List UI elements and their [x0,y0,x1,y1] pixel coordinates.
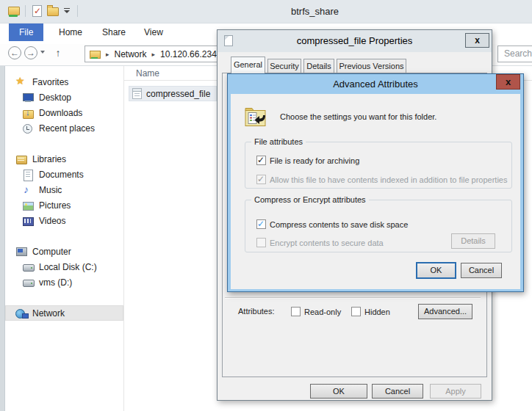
file-attributes-group: File attributes File is ready for archiv… [245,142,512,189]
title-bar: btrfs_share [0,0,532,23]
tab-general[interactable]: General [231,57,265,73]
checkbox-label: Read-only [304,308,341,316]
sidebar-label: Libraries [32,154,66,164]
hidden-checkbox[interactable]: Hidden [351,307,390,316]
libraries-icon [15,153,28,165]
archive-checkbox[interactable]: File is ready for archiving [256,156,359,165]
tab-file[interactable]: File [9,23,43,41]
file-item-compressed-file[interactable]: compressed_file [129,86,217,101]
checkbox-box[interactable] [291,307,301,316]
advanced-dialog-title: Advanced Attributes [228,79,523,90]
back-icon[interactable]: ← [8,46,21,59]
checkbox-box[interactable] [256,156,266,165]
search-input[interactable]: Search [497,46,532,62]
quick-access-toolbar [7,4,79,18]
sidebar-item-recent-places[interactable]: Recent places [5,120,123,136]
sidebar-item-network[interactable]: Network [5,305,123,321]
breadcrumb-host[interactable]: 10.120.66.234 [160,49,217,59]
cancel-button[interactable]: Cancel [372,384,423,399]
tab-previous-versions[interactable]: Previous Versions [337,59,406,73]
sidebar-label: Local Disk (C:) [39,262,97,272]
group-label: Compress or Encrypt attributes [251,195,369,204]
sidebar-item-favorites[interactable]: Favorites [5,74,123,90]
readonly-checkbox[interactable]: Read-only [291,307,341,316]
properties-icon[interactable] [30,4,43,18]
compress-checkbox[interactable]: Compress contents to save disk space [256,219,408,229]
star-icon [15,76,28,88]
sidebar-label: Music [39,185,62,195]
explorer-window: btrfs_share File Home Share View ← → ↑ ▸… [0,0,532,411]
checkbox-label: Compress contents to save disk space [270,220,408,229]
document-icon [22,169,35,181]
tab-security[interactable]: Security [267,59,301,73]
ok-button[interactable]: OK [417,263,456,278]
sidebar-item-local-disk-c[interactable]: Local Disk (C:) [5,259,123,274]
apply-button[interactable]: Apply [430,384,481,399]
compress-encrypt-group: Compress or Encrypt attributes Compress … [245,200,512,252]
advanced-attributes-dialog: Advanced Attributes x Choose the setting… [227,73,524,292]
details-button[interactable]: Details [451,233,495,249]
advanced-button[interactable]: Advanced... [418,304,472,319]
navigation-pane: Favorites Desktop Downloads Recent place… [5,66,123,411]
computer-icon [15,246,28,258]
advanced-dialog-body: Choose the settings you want for this fo… [231,94,520,289]
tab-home[interactable]: Home [48,23,93,41]
sidebar-label: Favorites [32,77,68,87]
close-icon[interactable]: x [496,74,520,90]
properties-dialog-title: compressed_file Properties [218,35,492,46]
checkbox-label: Allow this file to have contents indexed… [270,175,507,184]
downloads-icon [22,107,35,119]
sidebar-label: Network [32,308,65,319]
breadcrumb-network[interactable]: Network [115,49,147,59]
history-dropdown-icon[interactable] [40,51,45,54]
cancel-button[interactable]: Cancel [461,263,502,278]
sidebar-item-pictures[interactable]: Pictures [5,197,123,213]
advanced-dialog-description: Choose the settings you want for this fo… [280,112,436,121]
clock-icon [22,123,35,134]
sidebar-label: vms (D:) [39,277,72,288]
window-edge [0,66,5,411]
sidebar-item-videos[interactable]: Videos [5,213,123,228]
checkbox-box[interactable] [351,307,361,316]
sidebar-item-documents[interactable]: Documents [5,167,123,182]
desktop-icon [22,92,35,103]
forward-icon[interactable]: → [24,46,37,59]
checkbox-box [256,238,266,247]
tab-view[interactable]: View [134,23,173,41]
checkbox-label: File is ready for archiving [270,156,359,165]
sidebar-label: Computer [32,247,71,257]
location-folder-icon [90,50,101,59]
sidebar-label: Recent places [39,123,95,134]
sidebar-item-downloads[interactable]: Downloads [5,105,123,120]
picture-icon [22,200,35,211]
film-icon [22,215,35,227]
encrypt-checkbox: Encrypt contents to secure data [256,238,384,247]
network-share-icon[interactable] [7,4,21,18]
tab-share[interactable]: Share [92,23,136,41]
toolbar-separator [77,5,78,17]
sidebar-item-desktop[interactable]: Desktop [5,90,123,105]
sidebar-item-vms-d[interactable]: vms (D:) [5,274,123,290]
ok-button[interactable]: OK [310,384,367,399]
up-icon[interactable]: ↑ [51,46,65,60]
tab-details[interactable]: Details [303,59,334,73]
window-title: btrfs_share [291,6,339,17]
sidebar-item-libraries[interactable]: Libraries [5,151,123,167]
sidebar-label: Documents [39,170,84,180]
checkbox-box[interactable] [256,219,266,229]
disk-drive-icon [22,277,35,288]
breadcrumb-separator: ▸ [106,51,109,58]
group-label: File attributes [251,137,306,146]
sidebar-item-computer[interactable]: Computer [5,244,123,259]
properties-dialog-titlebar: compressed_file Properties x [218,30,492,52]
folder-settings-icon [245,106,267,129]
customize-dropdown-icon[interactable] [62,5,73,17]
disk-drive-icon [22,261,35,273]
close-icon[interactable]: x [465,33,489,48]
sidebar-label: Downloads [39,108,82,118]
sidebar-label: Pictures [39,200,71,211]
sidebar-item-music[interactable]: Music [5,182,123,197]
folder-icon[interactable] [46,4,60,18]
checkbox-label: Encrypt contents to secure data [270,239,384,247]
file-name: compressed_file [146,89,210,99]
